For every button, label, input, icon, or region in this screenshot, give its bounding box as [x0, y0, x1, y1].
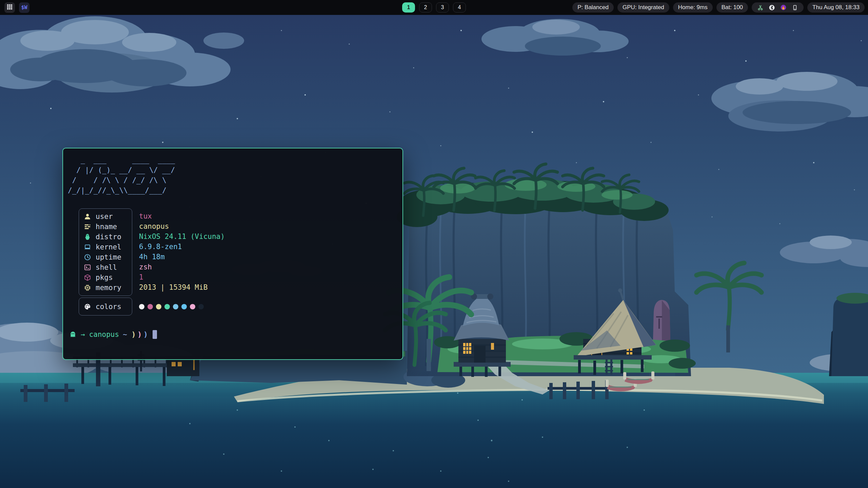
workspace-3-label: 3: [441, 4, 444, 11]
top-bar: $W 1 2 3 4 P: Balanced GPU: Integrated H…: [0, 0, 868, 15]
prompt-cwd: ~: [123, 330, 127, 339]
user-icon: [84, 213, 91, 220]
fastfetch-ascii-logo: _ ___ ____ ____ / |/ (_)_ __/ __ \/ __/ …: [68, 155, 179, 196]
workspace-1[interactable]: 1: [402, 2, 415, 13]
laptop-icon: [84, 243, 91, 251]
gpu-status-pill[interactable]: GPU: Integrated: [617, 2, 669, 13]
workspace-2[interactable]: 2: [419, 2, 432, 13]
battery-pill[interactable]: Bat: 100: [716, 2, 748, 13]
clock-pill[interactable]: Thu Aug 08, 18:33: [807, 2, 865, 13]
fastfetch-row-uptime: uptime: [79, 252, 132, 262]
row-label: shell: [96, 263, 117, 271]
ascii-line-2: / |/ (_)_ __/ __ \/ __/: [68, 166, 175, 174]
prompt-chevron-1: ): [132, 330, 136, 339]
fastfetch-row-user: user: [79, 211, 132, 222]
palette-dot: [139, 304, 144, 309]
value-uptime: 4h 18m: [139, 252, 225, 262]
value-distro: NixOS 24.11 (Vicuna): [139, 231, 225, 242]
row-label: distro: [96, 233, 121, 241]
app-launcher-button[interactable]: [4, 2, 15, 13]
palette-dot: [181, 304, 187, 309]
workspace-4[interactable]: 4: [453, 2, 466, 13]
palette-dot: [156, 304, 161, 309]
fastfetch-row-shell: shell: [79, 262, 132, 272]
prompt-chevron-3: ): [143, 330, 148, 339]
palette-dot: [190, 304, 195, 309]
row-label: user: [96, 212, 113, 221]
ascii-line-3: / / /\ \ / /_/ /\ \: [68, 176, 175, 184]
value-user: tux: [139, 211, 225, 221]
value-memory: 2013 | 15394 MiB: [139, 282, 225, 292]
prompt-chevron-2: ): [137, 330, 142, 339]
palette-dot: [198, 304, 204, 309]
text-cursor: [153, 330, 157, 339]
workspace-1-label: 1: [407, 4, 410, 11]
ghost-icon: [69, 331, 77, 338]
palette-dot: [173, 304, 178, 309]
desktop: $W 1 2 3 4 P: Balanced GPU: Integrated H…: [0, 0, 868, 488]
terminal-color-palette: [139, 298, 204, 316]
scissors-icon[interactable]: [757, 4, 764, 11]
list-icon: [84, 223, 91, 230]
prompt-arrow: →: [81, 330, 85, 339]
ascii-line-1: _ ___ ____ ____: [68, 156, 175, 164]
workspace-4-label: 4: [458, 4, 461, 11]
chip-icon: [84, 284, 91, 291]
terminal-icon: [84, 264, 91, 271]
system-tray: [752, 2, 804, 13]
row-label: hname: [96, 223, 117, 231]
workspace-2-label: 2: [424, 4, 427, 11]
row-label: uptime: [96, 253, 121, 261]
package-icon: [84, 274, 91, 281]
row-label: memory: [96, 284, 121, 292]
ascii-line-4: /_/|_/_//_\_\\____/___/: [68, 186, 179, 195]
palette-dot: [147, 304, 153, 309]
penguin-icon: [84, 233, 91, 241]
fastfetch-label-box: user hname distro kernel: [79, 208, 132, 296]
value-shell: zsh: [139, 262, 225, 272]
workspace-switcher: 1 2 3 4: [402, 2, 466, 13]
clock-icon: [84, 253, 91, 261]
row-label: colors: [96, 303, 121, 311]
fastfetch-row-distro: distro: [79, 232, 132, 242]
terminal-window[interactable]: _ ___ ____ ____ / |/ (_)_ __/ __ \/ __/ …: [62, 148, 403, 360]
flameshot-icon[interactable]: [780, 4, 787, 11]
palette-dot: [164, 304, 170, 309]
fastfetch-row-memory: memory: [79, 283, 132, 293]
fastfetch-row-pkgs: pkgs: [79, 272, 132, 283]
shell-logo-text: $W: [21, 4, 27, 11]
fastfetch-values: tux canopus NixOS 24.11 (Vicuna) 6.9.8-z…: [139, 208, 225, 295]
row-label: kernel: [96, 243, 121, 251]
bluetooth-icon[interactable]: [769, 4, 775, 11]
phone-icon[interactable]: [792, 4, 798, 11]
shell-prompt[interactable]: → canopus ~ ) ) ): [69, 329, 157, 340]
value-hname: canopus: [139, 221, 225, 231]
app-grid-icon: [7, 4, 13, 11]
home-latency-pill[interactable]: Home: 9ms: [673, 2, 713, 13]
power-profile-pill[interactable]: P: Balanced: [572, 2, 614, 13]
prompt-hostname: canopus: [89, 330, 119, 339]
fastfetch-row-kernel: kernel: [79, 242, 132, 252]
row-label: pkgs: [96, 273, 113, 282]
fastfetch-colors-box: colors: [79, 298, 132, 316]
palette-icon: [84, 303, 91, 310]
value-pkgs: 1: [139, 272, 225, 282]
value-kernel: 6.9.8-zen1: [139, 242, 225, 252]
fastfetch-row-colors: colors: [79, 302, 121, 312]
workspace-3[interactable]: 3: [436, 2, 449, 13]
shell-logo-button[interactable]: $W: [19, 2, 29, 13]
fastfetch-row-hname: hname: [79, 222, 132, 232]
